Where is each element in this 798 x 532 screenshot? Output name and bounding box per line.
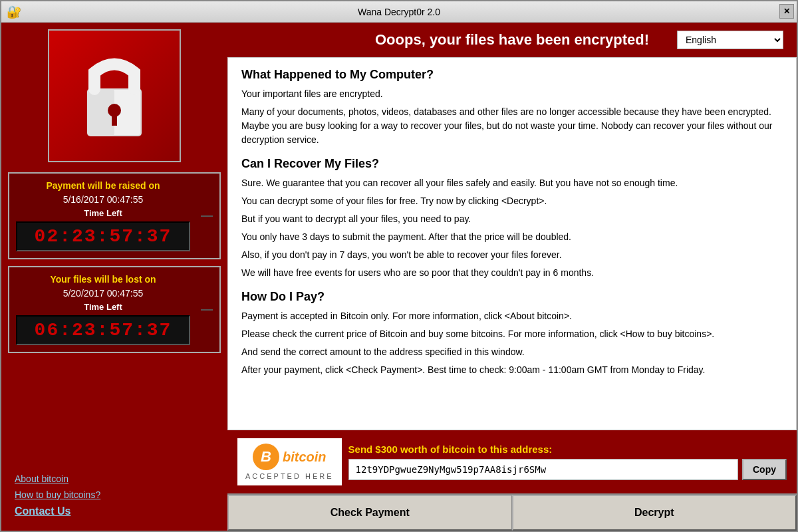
payment-raise-label: Payment will be raised on: [16, 180, 190, 191]
main-content: Payment will be raised on 5/16/2017 00:4…: [1, 23, 797, 531]
files-lost-date: 5/20/2017 00:47:55: [16, 288, 190, 299]
files-lost-box: Your files will be lost on 5/20/2017 00:…: [8, 266, 221, 353]
section1-p2: Many of your documents, photos, videos, …: [241, 105, 783, 147]
section2-title: Can I Recover My Files?: [241, 157, 783, 171]
payment-raise-date: 5/16/2017 00:47:55: [16, 194, 190, 205]
language-select[interactable]: English 中文 Español Deutsch Français Port…: [677, 31, 783, 49]
header-title: Ooops, your files have been encrypted!: [347, 31, 677, 49]
section2-p1: Sure. We guarantee that you can recover …: [241, 176, 783, 190]
section2-p2: You can decrypt some of your files for f…: [241, 194, 783, 208]
section3-p4: After your payment, click <Check Payment…: [241, 363, 783, 377]
close-button[interactable]: ✕: [779, 4, 794, 19]
about-bitcoin-link[interactable]: About bitcoin: [15, 473, 68, 484]
svg-rect-3: [112, 116, 117, 126]
section3-p1: Payment is accepted in Bitcoin only. For…: [241, 309, 783, 323]
bitcoin-area: B bitcoin ACCEPTED HERE Send $300 worth …: [227, 430, 797, 493]
time-left-label-1: Time Left: [16, 208, 190, 218]
header-bar: Ooops, your files have been encrypted! E…: [227, 23, 797, 57]
section1-p1: Your important files are encrypted.: [241, 87, 783, 101]
bitcoin-b-icon: B: [253, 444, 279, 470]
section3-title: How Do I Pay?: [241, 290, 783, 304]
main-window: 🔐 Wana Decrypt0r 2.0 ✕: [0, 0, 798, 532]
bitcoin-right: Send $300 worth of bitcoin to this addre…: [348, 444, 787, 480]
section2-p6: We will have free events for users who a…: [241, 266, 783, 280]
bitcoin-logo: B bitcoin ACCEPTED HERE: [237, 438, 342, 485]
timer-1: 02:23:57:37: [16, 221, 190, 251]
section3-p2: Please check the current price of Bitcoi…: [241, 327, 783, 341]
window-title: Wana Decrypt0r 2.0: [358, 7, 440, 17]
files-lost-label: Your files will be lost on: [16, 274, 190, 285]
section2-p3: But if you want to decrypt all your file…: [241, 212, 783, 226]
copy-button[interactable]: Copy: [742, 459, 787, 480]
right-panel: Ooops, your files have been encrypted! E…: [227, 23, 797, 531]
section1-title: What Happened to My Computer?: [241, 68, 783, 82]
decrypt-button[interactable]: Decrypt: [512, 495, 797, 531]
section2-p4: You only have 3 days to submit the payme…: [241, 230, 783, 244]
lock-icon: [65, 46, 164, 146]
send-message: Send $300 worth of bitcoin to this addre…: [348, 444, 787, 455]
check-payment-button[interactable]: Check Payment: [227, 495, 512, 531]
timer-bar-2: [201, 309, 213, 311]
lock-icon-container: [48, 29, 181, 162]
title-bar: 🔐 Wana Decrypt0r 2.0 ✕: [1, 1, 797, 23]
content-area: What Happened to My Computer? Your impor…: [227, 57, 797, 430]
timer-2: 06:23:57:37: [16, 315, 190, 345]
action-buttons: Check Payment Decrypt: [227, 493, 797, 531]
how-to-buy-link[interactable]: How to buy bitcoins?: [15, 489, 100, 500]
address-row: Copy: [348, 459, 787, 480]
left-links: About bitcoin How to buy bitcoins? Conta…: [8, 467, 221, 524]
bitcoin-logo-text: bitcoin: [283, 450, 327, 465]
section3-p3: And send the correct amount to the addre…: [241, 345, 783, 359]
left-panel: Payment will be raised on 5/16/2017 00:4…: [1, 23, 227, 531]
timer-bar-1: [201, 215, 213, 217]
contact-us-link[interactable]: Contact Us: [15, 505, 70, 517]
section2-p5: Also, if you don't pay in 7 days, you wo…: [241, 248, 783, 262]
time-left-label-2: Time Left: [16, 302, 190, 312]
app-icon: 🔐: [7, 5, 21, 19]
payment-raise-box: Payment will be raised on 5/16/2017 00:4…: [8, 172, 221, 259]
bitcoin-address-input[interactable]: [348, 459, 738, 480]
svg-point-2: [108, 104, 121, 117]
bitcoin-accepted-text: ACCEPTED HERE: [245, 472, 334, 480]
